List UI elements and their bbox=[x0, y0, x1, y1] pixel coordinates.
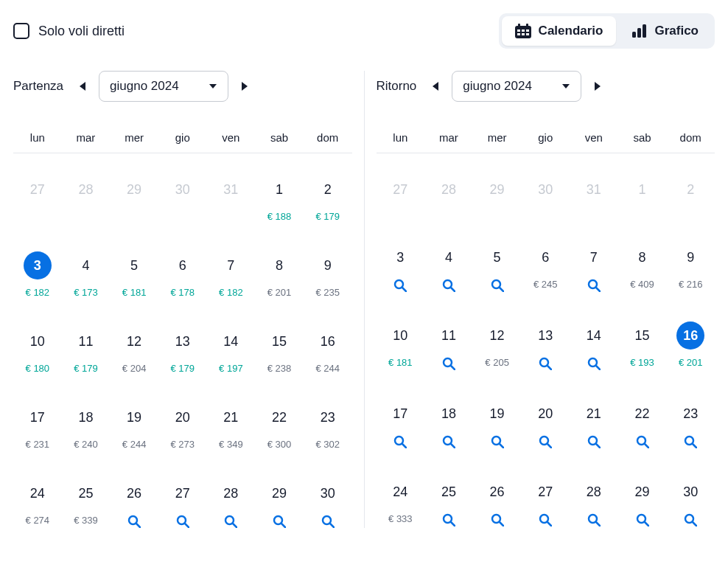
day-number: 1 bbox=[265, 175, 293, 204]
svg-line-33 bbox=[547, 366, 551, 369]
day-cell[interactable]: 22€ 300 bbox=[255, 403, 304, 450]
day-cell[interactable]: 9€ 216 bbox=[666, 243, 715, 292]
day-number: 18 bbox=[435, 400, 463, 428]
day-number: 10 bbox=[24, 327, 52, 355]
svg-rect-8 bbox=[526, 33, 529, 35]
day-cell[interactable]: 19€ 244 bbox=[110, 403, 158, 450]
direct-only-checkbox[interactable] bbox=[13, 23, 29, 39]
svg-rect-5 bbox=[526, 29, 529, 32]
chart-view-button[interactable]: Grafico bbox=[619, 16, 712, 46]
day-cell[interactable]: 22 bbox=[618, 400, 667, 448]
departure-month-select[interactable]: giugno 2024 bbox=[99, 71, 228, 102]
day-cell[interactable]: 26 bbox=[110, 479, 158, 528]
day-cell[interactable]: 2€ 179 bbox=[304, 175, 352, 222]
day-cell[interactable]: 27 bbox=[158, 479, 207, 528]
day-cell[interactable]: 8€ 409 bbox=[618, 243, 667, 292]
day-cell[interactable]: 15€ 238 bbox=[255, 327, 304, 374]
day-cell[interactable]: 20 bbox=[521, 400, 570, 448]
day-number: 22 bbox=[629, 400, 657, 428]
day-cell[interactable]: 26 bbox=[473, 478, 522, 526]
search-icon bbox=[587, 279, 601, 292]
day-cell[interactable]: 23 bbox=[666, 400, 715, 448]
day-cell[interactable]: 17 bbox=[377, 400, 425, 448]
day-cell[interactable]: 17€ 231 bbox=[13, 403, 62, 450]
day-cell[interactable]: 23€ 302 bbox=[304, 403, 352, 450]
day-cell[interactable]: 8€ 201 bbox=[255, 251, 304, 298]
day-cell[interactable]: 14 bbox=[570, 322, 618, 370]
day-cell[interactable]: 7€ 182 bbox=[207, 251, 256, 298]
day-cell[interactable]: 21 bbox=[570, 400, 618, 448]
day-cell[interactable]: 21€ 349 bbox=[207, 403, 256, 450]
day-cell[interactable]: 1€ 188 bbox=[255, 175, 304, 222]
day-cell[interactable]: 30 bbox=[666, 478, 715, 526]
day-cell[interactable]: 5€ 181 bbox=[110, 251, 158, 298]
day-cell[interactable]: 25 bbox=[424, 478, 473, 526]
return-month-select[interactable]: giugno 2024 bbox=[452, 71, 581, 102]
day-cell[interactable]: 28 bbox=[570, 478, 618, 526]
day-number: 12 bbox=[483, 322, 511, 350]
day-cell[interactable]: 12€ 204 bbox=[110, 327, 158, 374]
day-cell[interactable]: 18 bbox=[424, 400, 473, 448]
day-cell: 30 bbox=[158, 175, 207, 222]
day-cell[interactable]: 15€ 193 bbox=[618, 322, 667, 370]
day-cell[interactable]: 28 bbox=[207, 479, 256, 528]
day-cell[interactable]: 6€ 245 bbox=[521, 243, 570, 292]
search-icon bbox=[491, 279, 504, 292]
day-cell[interactable]: 7 bbox=[570, 243, 618, 292]
departure-prev-month[interactable] bbox=[75, 77, 90, 95]
day-cell[interactable]: 20€ 273 bbox=[158, 403, 207, 450]
day-cell[interactable]: 25€ 339 bbox=[62, 479, 111, 528]
day-cell[interactable]: 3€ 182 bbox=[13, 251, 62, 298]
day-number: 30 bbox=[676, 478, 704, 506]
day-cell[interactable]: 16€ 244 bbox=[304, 327, 352, 374]
day-price: € 205 bbox=[485, 357, 509, 368]
day-cell[interactable]: 12€ 205 bbox=[473, 322, 522, 370]
day-cell[interactable]: 10€ 181 bbox=[377, 322, 425, 370]
day-cell[interactable]: 10€ 180 bbox=[13, 327, 62, 374]
svg-line-59 bbox=[645, 522, 648, 526]
day-cell[interactable]: 24€ 274 bbox=[13, 479, 62, 528]
day-cell[interactable]: 16€ 201 bbox=[666, 322, 715, 370]
day-cell: 29 bbox=[473, 175, 522, 214]
day-price: € 173 bbox=[74, 287, 98, 298]
day-cell[interactable]: 9€ 235 bbox=[304, 251, 352, 298]
calendar-view-button[interactable]: Calendario bbox=[502, 16, 617, 46]
day-cell[interactable]: 4€ 173 bbox=[62, 251, 111, 298]
day-cell[interactable]: 3 bbox=[377, 243, 425, 292]
departure-next-month[interactable] bbox=[237, 77, 252, 95]
day-number: 28 bbox=[580, 478, 608, 506]
day-number: 30 bbox=[169, 175, 197, 204]
return-title: Ritorno bbox=[377, 79, 417, 94]
day-number: 27 bbox=[169, 479, 197, 507]
day-cell[interactable]: 13 bbox=[521, 322, 570, 370]
day-cell[interactable]: 18€ 240 bbox=[62, 403, 111, 450]
svg-rect-1 bbox=[518, 24, 520, 27]
day-number: 18 bbox=[71, 403, 99, 431]
svg-rect-0 bbox=[515, 26, 531, 38]
return-prev-month[interactable] bbox=[428, 77, 443, 95]
day-cell[interactable]: 6€ 178 bbox=[158, 251, 207, 298]
day-price: € 273 bbox=[170, 439, 195, 450]
search-icon bbox=[636, 513, 649, 526]
day-cell[interactable]: 27 bbox=[521, 478, 570, 526]
svg-line-35 bbox=[596, 366, 600, 369]
day-cell[interactable]: 24€ 333 bbox=[377, 478, 425, 526]
day-number: 12 bbox=[120, 327, 148, 355]
day-cell[interactable]: 14€ 197 bbox=[207, 327, 256, 374]
day-cell[interactable]: 13€ 179 bbox=[158, 327, 207, 374]
day-number: 21 bbox=[217, 403, 245, 431]
day-cell[interactable]: 19 bbox=[473, 400, 522, 448]
return-next-month[interactable] bbox=[590, 77, 605, 95]
day-cell[interactable]: 11€ 179 bbox=[62, 327, 111, 374]
search-icon bbox=[127, 515, 141, 528]
svg-line-55 bbox=[547, 522, 551, 526]
day-cell[interactable]: 11 bbox=[424, 322, 473, 370]
svg-line-49 bbox=[693, 444, 696, 448]
day-cell[interactable]: 29 bbox=[618, 478, 667, 526]
day-cell[interactable]: 4 bbox=[424, 243, 473, 292]
day-cell[interactable]: 29 bbox=[255, 479, 304, 528]
day-cell[interactable]: 5 bbox=[473, 243, 522, 292]
day-cell[interactable]: 30 bbox=[304, 479, 352, 528]
search-icon bbox=[442, 357, 455, 370]
weekday-label: mer bbox=[473, 131, 522, 144]
